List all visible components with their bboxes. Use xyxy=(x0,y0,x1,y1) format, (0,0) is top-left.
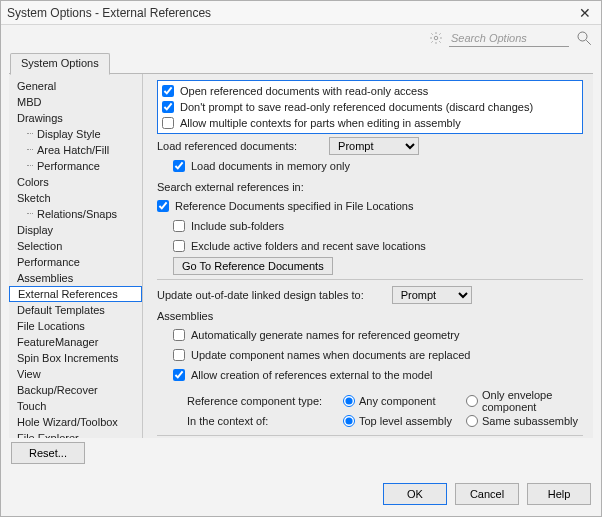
sidebar-item-display-style[interactable]: Display Style xyxy=(9,126,142,142)
sidebar-item-selection[interactable]: Selection xyxy=(9,238,142,254)
load-docs-row: Load referenced documents: Prompt xyxy=(157,138,583,154)
context-label: In the context of: xyxy=(187,415,337,427)
radio-top-level-label: Top level assembly xyxy=(359,415,452,427)
chk-file-locations-label: Reference Documents specified in File Lo… xyxy=(175,200,413,212)
reset-area: Reset... xyxy=(1,438,601,472)
chk-allow-external[interactable]: Allow creation of references external to… xyxy=(173,367,583,383)
radio-same-sub-label: Same subassembly xyxy=(482,415,578,427)
svg-point-0 xyxy=(434,36,438,40)
window-title: System Options - External References xyxy=(7,6,575,20)
radio-envelope-label: Only envelope component xyxy=(482,389,583,413)
chk-subfolders-label: Include sub-folders xyxy=(191,220,284,232)
chk-load-memory[interactable]: Load documents in memory only xyxy=(173,158,583,174)
reset-button[interactable]: Reset... xyxy=(11,442,85,464)
chk-multiple-contexts[interactable]: Allow multiple contexts for parts when e… xyxy=(162,115,578,131)
search-icon[interactable] xyxy=(575,29,593,47)
sidebar-item-external-references[interactable]: External References xyxy=(9,286,142,302)
chk-exclude-active-label: Exclude active folders and recent save l… xyxy=(191,240,426,252)
sidebar-item-performance-drw[interactable]: Performance xyxy=(9,158,142,174)
chk-auto-names[interactable]: Automatically generate names for referen… xyxy=(173,327,583,343)
update-tables-select[interactable]: Prompt xyxy=(392,286,472,304)
search-input[interactable] xyxy=(449,29,569,47)
sidebar-item-performance[interactable]: Performance xyxy=(9,254,142,270)
radio-envelope[interactable]: Only envelope component xyxy=(466,389,583,413)
radio-same-sub[interactable]: Same subassembly xyxy=(466,415,583,427)
sidebar-item-mbd[interactable]: MBD xyxy=(9,94,142,110)
highlighted-group: Open referenced documents with read-only… xyxy=(157,80,583,134)
radio-any-component-label: Any component xyxy=(359,395,435,407)
sidebar-item-hole-wizard[interactable]: Hole Wizard/Toolbox xyxy=(9,414,142,430)
search-row xyxy=(1,25,601,51)
main-area: General MBD Drawings Display Style Area … xyxy=(9,73,593,438)
svg-point-1 xyxy=(578,32,587,41)
divider xyxy=(157,279,583,280)
sidebar-item-default-templates[interactable]: Default Templates xyxy=(9,302,142,318)
divider-2 xyxy=(157,435,583,436)
sidebar-item-backup[interactable]: Backup/Recover xyxy=(9,382,142,398)
sidebar-item-colors[interactable]: Colors xyxy=(9,174,142,190)
update-tables-label: Update out-of-date linked design tables … xyxy=(157,289,364,301)
grp-assemblies-title: Assemblies xyxy=(157,310,583,322)
radio-top-level[interactable]: Top level assembly xyxy=(343,415,460,427)
update-tables-row: Update out-of-date linked design tables … xyxy=(157,287,583,303)
sidebar-item-spin-box[interactable]: Spin Box Increments xyxy=(9,350,142,366)
chk-exclude-active[interactable]: Exclude active folders and recent save l… xyxy=(173,238,583,254)
chk-dont-prompt-save-label: Don't prompt to save read-only reference… xyxy=(180,101,533,113)
sidebar-item-general[interactable]: General xyxy=(9,78,142,94)
chk-dont-prompt-save[interactable]: Don't prompt to save read-only reference… xyxy=(162,99,578,115)
close-icon[interactable]: ✕ xyxy=(575,5,595,21)
chk-subfolders[interactable]: Include sub-folders xyxy=(173,218,583,234)
tab-row: System Options xyxy=(1,51,601,73)
sidebar-item-touch[interactable]: Touch xyxy=(9,398,142,414)
chk-readonly-access-label: Open referenced documents with read-only… xyxy=(180,85,428,97)
titlebar: System Options - External References ✕ xyxy=(1,1,601,25)
chk-load-memory-label: Load documents in memory only xyxy=(191,160,350,172)
sidebar-item-featuremanager[interactable]: FeatureManager xyxy=(9,334,142,350)
help-button[interactable]: Help xyxy=(527,483,591,505)
chk-update-names[interactable]: Update component names when documents ar… xyxy=(173,347,583,363)
chk-auto-names-label: Automatically generate names for referen… xyxy=(191,329,459,341)
ref-comp-type-label: Reference component type: xyxy=(187,395,337,407)
content-panel: Open referenced documents with read-only… xyxy=(143,74,593,438)
chk-readonly-access[interactable]: Open referenced documents with read-only… xyxy=(162,83,578,99)
sidebar: General MBD Drawings Display Style Area … xyxy=(9,74,143,438)
load-docs-select[interactable]: Prompt xyxy=(329,137,419,155)
svg-line-2 xyxy=(586,40,591,45)
tab-system-options[interactable]: System Options xyxy=(10,53,110,75)
bottom-bar: OK Cancel Help xyxy=(1,472,601,516)
sidebar-item-assemblies[interactable]: Assemblies xyxy=(9,270,142,286)
sidebar-item-area-hatch[interactable]: Area Hatch/Fill xyxy=(9,142,142,158)
chk-update-names-label: Update component names when documents ar… xyxy=(191,349,470,361)
sidebar-item-display[interactable]: Display xyxy=(9,222,142,238)
sidebar-item-drawings[interactable]: Drawings xyxy=(9,110,142,126)
radio-any-component[interactable]: Any component xyxy=(343,395,460,407)
ok-button[interactable]: OK xyxy=(383,483,447,505)
sidebar-item-sketch[interactable]: Sketch xyxy=(9,190,142,206)
load-docs-label: Load referenced documents: xyxy=(157,140,297,152)
sidebar-item-relations[interactable]: Relations/Snaps xyxy=(9,206,142,222)
radio-block: Reference component type: Any component … xyxy=(187,389,583,427)
sidebar-item-file-explorer[interactable]: File Explorer xyxy=(9,430,142,438)
chk-multiple-contexts-label: Allow multiple contexts for parts when e… xyxy=(180,117,461,129)
dialog-window: System Options - External References ✕ S… xyxy=(0,0,602,517)
gear-icon[interactable] xyxy=(429,31,443,45)
btn-goto-refdocs[interactable]: Go To Reference Documents xyxy=(173,257,333,275)
sidebar-item-view[interactable]: View xyxy=(9,366,142,382)
cancel-button[interactable]: Cancel xyxy=(455,483,519,505)
chk-allow-external-label: Allow creation of references external to… xyxy=(191,369,433,381)
sidebar-item-file-locations[interactable]: File Locations xyxy=(9,318,142,334)
grp-search-title: Search external references in: xyxy=(157,181,583,193)
chk-file-locations[interactable]: Reference Documents specified in File Lo… xyxy=(157,198,583,214)
